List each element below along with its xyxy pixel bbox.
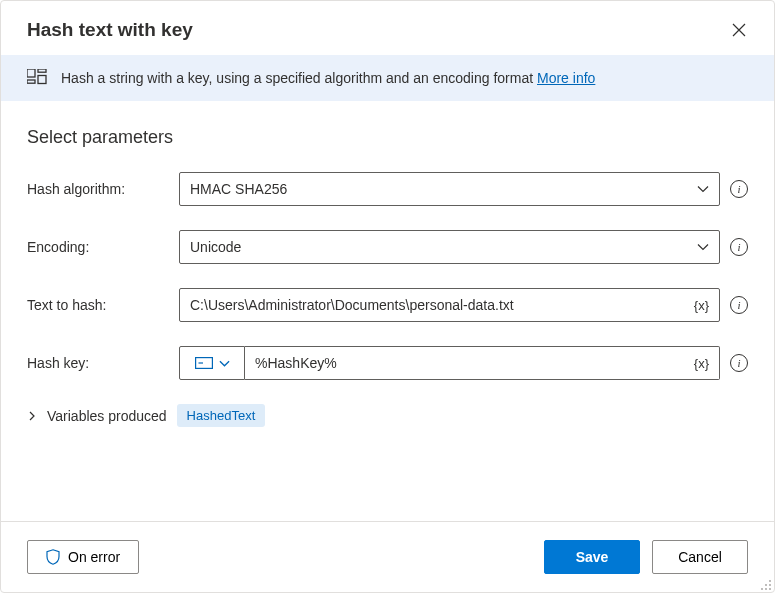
chevron-down-icon xyxy=(697,241,709,253)
svg-point-10 xyxy=(765,588,767,590)
field-row-key: Hash key: %HashKey% {x} i xyxy=(27,346,748,380)
variables-label[interactable]: Variables produced xyxy=(47,408,167,424)
encoding-select[interactable]: Unicode xyxy=(179,230,720,264)
svg-point-11 xyxy=(769,588,771,590)
svg-rect-4 xyxy=(195,358,212,369)
shield-icon xyxy=(46,549,60,565)
key-label: Hash key: xyxy=(27,355,167,371)
encoding-value: Unicode xyxy=(190,239,697,255)
svg-point-7 xyxy=(765,584,767,586)
text-label: Text to hash: xyxy=(27,297,167,313)
text-value: C:\Users\Administrator\Documents\persona… xyxy=(190,297,694,313)
field-row-algorithm: Hash algorithm: HMAC SHA256 i xyxy=(27,172,748,206)
variables-toggle[interactable] xyxy=(27,411,37,421)
encoding-label: Encoding: xyxy=(27,239,167,255)
algorithm-info-button[interactable]: i xyxy=(730,180,748,198)
dialog-footer: On error Save Cancel xyxy=(1,521,774,592)
more-info-link[interactable]: More info xyxy=(537,70,595,86)
dialog-title: Hash text with key xyxy=(27,19,193,41)
text-info-button[interactable]: i xyxy=(730,296,748,314)
insert-variable-button[interactable]: {x} xyxy=(694,356,709,371)
hash-action-icon xyxy=(27,69,47,87)
insert-variable-button[interactable]: {x} xyxy=(694,298,709,313)
info-banner: Hash a string with a key, using a specif… xyxy=(1,55,774,101)
resize-handle[interactable] xyxy=(760,578,772,590)
key-value: %HashKey% xyxy=(255,355,694,371)
svg-rect-1 xyxy=(38,69,46,72)
key-info-button[interactable]: i xyxy=(730,354,748,372)
on-error-button[interactable]: On error xyxy=(27,540,139,574)
close-icon xyxy=(732,23,746,37)
save-button[interactable]: Save xyxy=(544,540,640,574)
variables-produced-row: Variables produced HashedText xyxy=(27,404,748,427)
text-input[interactable]: C:\Users\Administrator\Documents\persona… xyxy=(179,288,720,322)
svg-point-6 xyxy=(769,580,771,582)
algorithm-select[interactable]: HMAC SHA256 xyxy=(179,172,720,206)
svg-point-8 xyxy=(769,584,771,586)
key-type-selector[interactable] xyxy=(179,346,245,380)
dialog-header: Hash text with key xyxy=(1,1,774,55)
svg-rect-2 xyxy=(27,80,35,83)
svg-rect-3 xyxy=(38,76,46,84)
dialog-content: Select parameters Hash algorithm: HMAC S… xyxy=(1,101,774,521)
banner-text: Hash a string with a key, using a specif… xyxy=(61,70,595,86)
section-title: Select parameters xyxy=(27,127,748,148)
chevron-right-icon xyxy=(27,411,37,421)
algorithm-label: Hash algorithm: xyxy=(27,181,167,197)
svg-point-9 xyxy=(761,588,763,590)
text-input-icon xyxy=(195,357,213,369)
field-row-text: Text to hash: C:\Users\Administrator\Doc… xyxy=(27,288,748,322)
cancel-button[interactable]: Cancel xyxy=(652,540,748,574)
key-input[interactable]: %HashKey% {x} xyxy=(245,346,720,380)
chevron-down-icon xyxy=(697,183,709,195)
field-row-encoding: Encoding: Unicode i xyxy=(27,230,748,264)
chevron-down-icon xyxy=(219,358,230,369)
encoding-info-button[interactable]: i xyxy=(730,238,748,256)
variable-badge[interactable]: HashedText xyxy=(177,404,266,427)
svg-rect-0 xyxy=(27,69,35,77)
close-button[interactable] xyxy=(730,21,748,39)
algorithm-value: HMAC SHA256 xyxy=(190,181,697,197)
